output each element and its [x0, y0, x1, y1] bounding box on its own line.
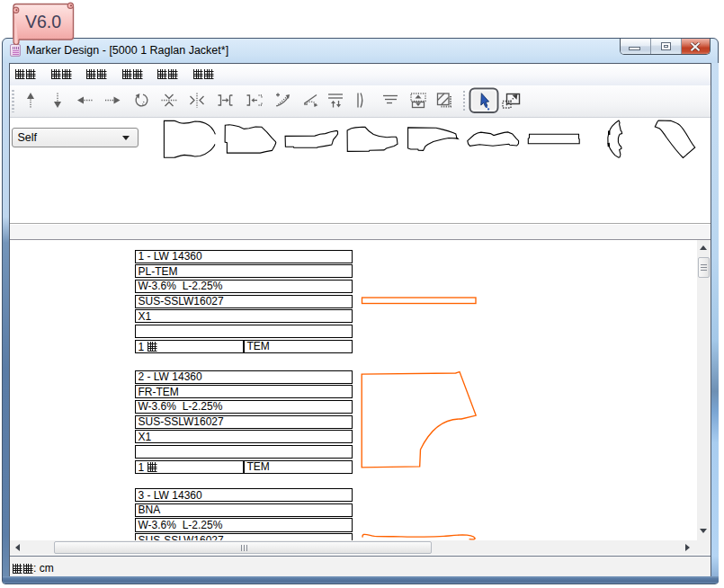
svg-text:V6.0: V6.0 — [25, 12, 61, 31]
